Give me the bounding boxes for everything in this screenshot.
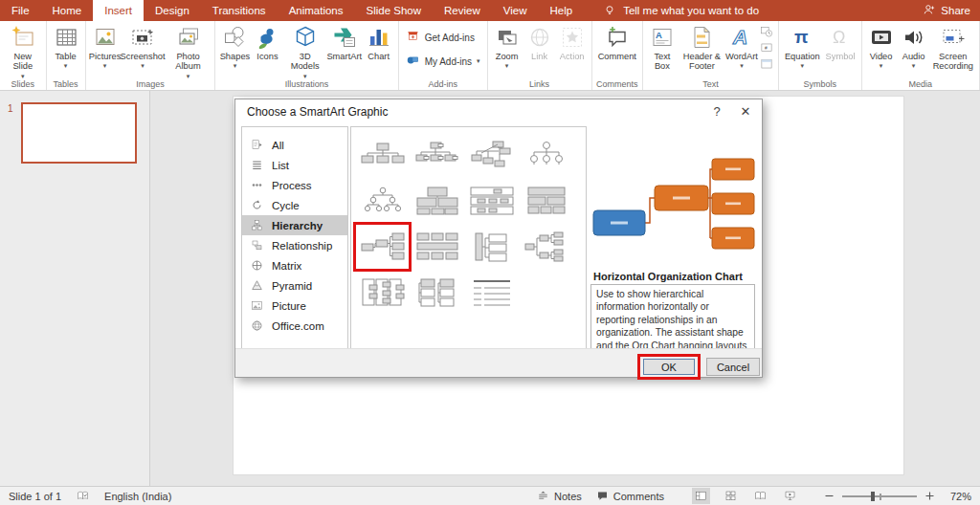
screen-recording-button[interactable]: Screen Recording	[930, 21, 976, 72]
zoom-button[interactable]: Zoom▾	[491, 21, 523, 70]
tell-me-box[interactable]: Tell me what you want to do	[603, 0, 759, 21]
audio-button[interactable]: Audio▾	[898, 21, 930, 70]
smartart-category-list: AllListProcessCycleHierarchyRelationship…	[241, 126, 348, 350]
chart-button[interactable]: Chart	[363, 21, 395, 61]
horizontal-org-chart-preview	[591, 151, 756, 275]
menu-tab-view[interactable]: View	[492, 0, 539, 21]
category-picture[interactable]: Picture	[242, 296, 347, 316]
smartart-layout-thumbnail-13[interactable]	[356, 271, 409, 315]
zoom-out-button[interactable]	[823, 490, 835, 502]
share-button[interactable]: Share	[923, 0, 980, 21]
smartart-button[interactable]: SmartArt	[326, 21, 363, 61]
menu-tab-review[interactable]: Review	[433, 0, 492, 21]
symbol-button[interactable]: ΩSymbol	[823, 21, 858, 61]
spellcheck-icon[interactable]	[77, 490, 89, 502]
equation-button[interactable]: πEquation▾	[782, 21, 823, 70]
category-label: Relationship	[272, 240, 332, 252]
menu-tab-animations[interactable]: Animations	[278, 0, 355, 21]
screen-recording-icon	[941, 24, 966, 51]
smartart-layout-gallery	[350, 126, 587, 350]
language-indicator[interactable]: English (India)	[104, 491, 171, 502]
wordart-button[interactable]: AWordArt▾	[725, 21, 758, 70]
video-button[interactable]: Video▾	[865, 21, 898, 70]
normal-view-button[interactable]	[692, 488, 710, 504]
screenshot-button[interactable]: Screenshot▾	[122, 21, 165, 70]
photo-album-icon	[176, 24, 201, 51]
smartart-layout-thumbnail-6[interactable]	[411, 179, 463, 223]
menu-tab-transitions[interactable]: Transitions	[201, 0, 278, 21]
category-pyramid[interactable]: Pyramid	[242, 275, 347, 296]
smartart-layout-thumbnail-4[interactable]	[520, 133, 572, 177]
menu-tab-design[interactable]: Design	[144, 0, 201, 21]
my-add-ins-button[interactable]: My Add-ins▾	[406, 53, 480, 69]
button-label: New Slide	[6, 52, 40, 72]
category-cycle[interactable]: Cycle	[242, 195, 347, 215]
button-label: Header & Footer	[681, 52, 723, 72]
category-matrix[interactable]: Matrix	[242, 255, 347, 275]
object-button[interactable]	[760, 57, 773, 71]
shapes-button[interactable]: Shapes▾	[218, 21, 251, 70]
smartart-layout-thumbnail-9[interactable]	[356, 225, 409, 269]
photo-album-button[interactable]: Photo Album▾	[165, 21, 212, 80]
new-slide-button[interactable]: New Slide▾	[3, 21, 43, 80]
equation-icon: π	[790, 24, 814, 51]
dialog-close-button[interactable]: ✕	[731, 99, 760, 123]
smartart-layout-thumbnail-15[interactable]	[465, 271, 518, 315]
smartart-layout-thumbnail-8[interactable]	[520, 179, 572, 223]
category-hierarchy[interactable]: Hierarchy	[242, 215, 347, 235]
slide-sorter-view-button[interactable]	[722, 488, 740, 504]
notes-toggle[interactable]: Notes	[537, 490, 582, 502]
table-button[interactable]: Table▾	[50, 21, 82, 70]
dialog-title-bar[interactable]: Choose a SmartArt Graphic	[235, 99, 762, 124]
zoom-in-button[interactable]	[924, 490, 936, 502]
header-footer-button[interactable]: Header & Footer	[679, 21, 725, 72]
ok-button[interactable]: OK	[643, 359, 695, 375]
link-button[interactable]: Link	[523, 21, 556, 61]
category-office-com[interactable]: Office.com	[242, 316, 347, 336]
zoom-slider[interactable]	[842, 491, 917, 502]
smartart-layout-thumbnail-5[interactable]	[356, 179, 409, 223]
smartart-layout-thumbnail-14[interactable]	[411, 271, 463, 315]
menu-tab-help[interactable]: Help	[539, 0, 585, 21]
menu-tab-slide-show[interactable]: Slide Show	[355, 0, 434, 21]
slide-number-button[interactable]: #	[760, 41, 773, 55]
cancel-button[interactable]: Cancel	[706, 358, 760, 376]
smartart-layout-thumbnail-7[interactable]	[465, 179, 518, 223]
action-icon	[560, 24, 585, 51]
smartart-layout-thumbnail-12[interactable]	[520, 225, 572, 269]
get-add-ins-button[interactable]: Get Add-ins	[406, 29, 475, 45]
menu-tab-file[interactable]: File	[0, 0, 41, 21]
category-all[interactable]: All	[242, 135, 347, 155]
smartart-layout-thumbnail-11[interactable]	[465, 225, 518, 269]
zoom-slider-handle[interactable]	[871, 492, 875, 501]
dialog-help-button[interactable]: ?	[702, 99, 731, 123]
date-time-button[interactable]	[760, 25, 773, 38]
button-label: Table	[55, 52, 76, 61]
smartart-layout-thumbnail-3[interactable]	[465, 133, 518, 177]
category-list[interactable]: List	[242, 155, 347, 175]
zoom-controls: 72%	[823, 490, 971, 502]
smartart-layout-thumbnail-10[interactable]	[411, 225, 463, 269]
slide-indicator[interactable]: Slide 1 of 1	[9, 491, 61, 502]
action-button[interactable]: Action	[556, 21, 589, 61]
smartart-layout-thumbnail-1[interactable]	[356, 133, 409, 177]
icons-button[interactable]: Icons	[251, 21, 283, 61]
menu-tab-home[interactable]: Home	[41, 0, 94, 21]
slide-1-thumbnail[interactable]	[21, 102, 137, 164]
smartart-layout-thumbnail-2[interactable]	[411, 133, 463, 177]
comment-button[interactable]: Comment	[595, 21, 639, 61]
comments-toggle[interactable]: Comments	[596, 490, 664, 502]
reading-view-button[interactable]	[751, 488, 769, 504]
pictures-button[interactable]: Pictures▾	[89, 21, 122, 70]
category-relationship[interactable]: Relationship	[242, 235, 347, 255]
ribbon-group-links: Zoom▾LinkActionLinks	[488, 21, 592, 90]
text-box-button[interactable]: AText Box	[646, 21, 679, 72]
ribbon-group-label: Text	[643, 79, 778, 89]
powerpoint-window: FileHomeInsertDesignTransitionsAnimation…	[0, 0, 980, 505]
slideshow-view-button[interactable]	[781, 488, 799, 504]
notes-icon	[537, 490, 549, 502]
3d-models-button[interactable]: 3D Models▾	[283, 21, 325, 80]
menu-tab-insert[interactable]: Insert	[93, 0, 144, 21]
category-process[interactable]: Process	[242, 175, 347, 195]
zoom-percent[interactable]: 72%	[943, 491, 971, 502]
